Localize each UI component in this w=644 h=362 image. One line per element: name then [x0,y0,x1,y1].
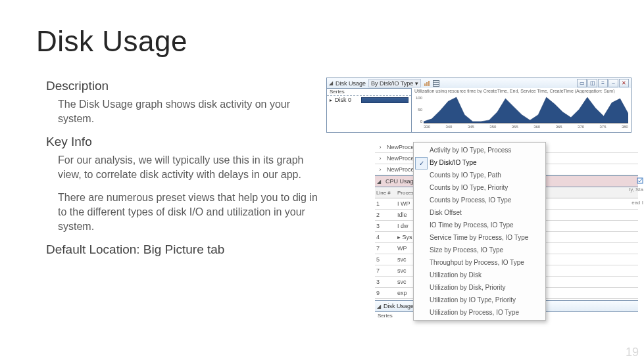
close-button[interactable]: ✕ [619,79,629,87]
chart-caption: Utilization using resource time by Creat… [414,89,628,93]
chevron-down-icon: ▾ [415,80,418,87]
preset-view-label: By Disk/IO Type [430,159,477,166]
expand-icon[interactable]: › [375,144,385,150]
keyinfo-p2: There are numerous preset views that hel… [58,191,322,233]
preset-view-label: Utilization by Disk [430,271,482,279]
chart-header: ◢ Disk Usage By Disk/IO Type ▾ ▭ ◫ ≡ – ✕ [327,78,631,89]
svg-rect-1 [426,82,428,86]
svg-rect-2 [428,81,430,86]
series-name: Disk 0 [335,97,351,103]
collapse-icon[interactable]: ◢ [375,179,383,185]
preset-view-item[interactable]: Activity by IO Type, Process [414,144,545,156]
preset-view-label: Utilization by Process, IO Type [430,309,519,316]
chart-plot[interactable]: Utilization using resource time by Creat… [412,88,631,132]
chart-view-dropdown[interactable]: By Disk/IO Type ▾ [368,79,421,87]
expand-icon[interactable]: › [375,166,385,173]
series-swatch [361,97,409,103]
body-text: Description The Disk Usage graph shows d… [46,79,322,257]
preset-view-item[interactable]: Counts by IO Type, Priority [414,181,545,194]
view-table-button[interactable]: ≡ [598,79,608,87]
preset-view-item[interactable]: Utilization by IO Type, Priority [414,294,545,306]
preset-view-label: Counts by IO Type, Priority [430,184,508,191]
x-axis-ticks: 330340 345350 355360 365370 375380 [424,125,628,132]
preset-view-item[interactable]: Utilization by Disk, Priority [414,281,545,294]
view-both-button[interactable]: ◫ [587,79,597,87]
check-icon: ✓ [415,157,428,170]
preset-view-label: Service Time by Process, IO Type [430,234,528,241]
window-controls: ▭ ◫ ≡ – ✕ [577,79,629,87]
preset-view-label: IO Time by Process, IO Type [430,221,514,229]
panel-label: Disk Usage [384,303,414,309]
preset-view-item[interactable]: IO Time by Process, IO Type [414,219,545,231]
preset-view-label: Throughput by Process, IO Type [430,259,524,266]
collapse-icon[interactable]: ◢ [329,80,333,86]
preset-view-item[interactable]: Disk Offset [414,206,545,219]
preset-view-label: Counts by Process, IO Type [430,196,511,204]
clipped-text: ty, Sta [629,187,643,192]
preset-view-item[interactable]: Size by Process, IO Type [414,244,545,256]
description-body: The Disk Usage graph shows disk activity… [58,97,322,125]
preset-view-item[interactable]: ✓By Disk/IO Type [414,156,545,169]
collapse-icon[interactable]: ◢ [377,304,381,309]
preset-view-item[interactable]: Utilization by Process, IO Type [414,306,545,319]
svg-rect-3 [433,80,439,86]
keyinfo-p1: For our analysis, we will typically use … [58,153,322,181]
page-title: Disk Usage [36,25,187,58]
default-location: Default Location: Big Picture tab [46,242,322,257]
preset-views-menu: Activity by IO Type, Process✓By Disk/IO … [413,142,546,321]
clipped-text: ead I [632,200,643,206]
series-item[interactable]: ▸ Disk 0 [327,95,411,104]
minimize-button[interactable]: – [608,79,618,87]
chart-title: Disk Usage [335,80,366,87]
series-heading: Series [327,88,411,95]
series-list: Series ▸ Disk 0 [327,88,412,132]
preset-view-label: Size by Process, IO Type [430,246,503,254]
keyinfo-heading: Key Info [46,135,322,149]
expand-icon[interactable]: ▸ [330,97,332,103]
disk-usage-chart-panel: ◢ Disk Usage By Disk/IO Type ▾ ▭ ◫ ≡ – ✕ [326,78,632,133]
view-graph-button[interactable]: ▭ [577,79,587,87]
preset-view-item[interactable]: Throughput by Process, IO Type [414,256,545,269]
preset-view-item[interactable]: Utilization by Disk [414,269,545,281]
y-axis-ticks: 100 50 0 [413,96,422,124]
svg-rect-0 [424,83,426,86]
page-number: 19 [626,346,639,359]
preset-view-item[interactable]: Service Time by Process, IO Type [414,231,545,244]
table-icon[interactable] [433,80,439,87]
preset-view-item[interactable]: Counts by Process, IO Type [414,194,545,206]
clipped-text [637,177,643,184]
preset-view-label: Activity by IO Type, Process [430,147,511,154]
preset-view-label: Utilization by IO Type, Priority [430,296,516,304]
preset-view-label: Disk Offset [430,209,462,216]
description-heading: Description [46,79,322,93]
preset-view-item[interactable]: Counts by IO Type, Path [414,169,545,181]
expand-icon[interactable]: › [375,155,385,162]
chart-view-label: By Disk/IO Type [371,80,413,87]
preset-view-label: Counts by IO Type, Path [430,171,501,179]
chart-type-icon[interactable] [424,80,430,87]
preset-view-label: Utilization by Disk, Priority [430,284,506,291]
